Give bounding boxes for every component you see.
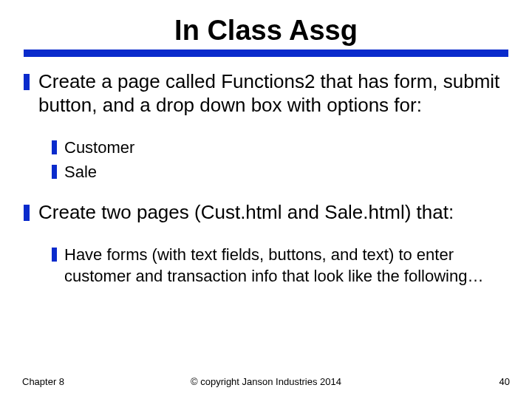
bullet-icon bbox=[24, 205, 30, 221]
bullet-item: Create two pages (Cust.html and Sale.htm… bbox=[24, 201, 508, 225]
bullet-text: Create two pages (Cust.html and Sale.htm… bbox=[38, 201, 454, 225]
bullet-icon bbox=[52, 140, 57, 154]
bullet-text: Sale bbox=[64, 162, 97, 183]
title-underline bbox=[24, 50, 508, 57]
footer: Chapter 8 © copyright Janson Industries … bbox=[22, 376, 510, 387]
footer-right: 40 bbox=[499, 376, 510, 387]
bullet-text: Create a page called Functions2 that has… bbox=[38, 70, 508, 117]
bullet-item: Sale bbox=[52, 162, 508, 183]
bullet-icon bbox=[52, 165, 57, 179]
bullet-item: Create a page called Functions2 that has… bbox=[24, 70, 508, 117]
bullet-item: Customer bbox=[52, 137, 508, 159]
footer-left: Chapter 8 bbox=[22, 376, 64, 387]
bullet-icon bbox=[24, 74, 30, 90]
slide-content: Create a page called Functions2 that has… bbox=[22, 70, 510, 287]
footer-center: © copyright Janson Industries 2014 bbox=[191, 376, 341, 387]
bullet-item: Have forms (with text fields, buttons, a… bbox=[52, 245, 508, 287]
bullet-text: Have forms (with text fields, buttons, a… bbox=[64, 245, 508, 287]
slide: In Class Assg Create a page called Funct… bbox=[0, 0, 532, 399]
bullet-text: Customer bbox=[64, 137, 134, 159]
bullet-icon bbox=[52, 248, 57, 262]
slide-title: In Class Assg bbox=[22, 15, 510, 47]
